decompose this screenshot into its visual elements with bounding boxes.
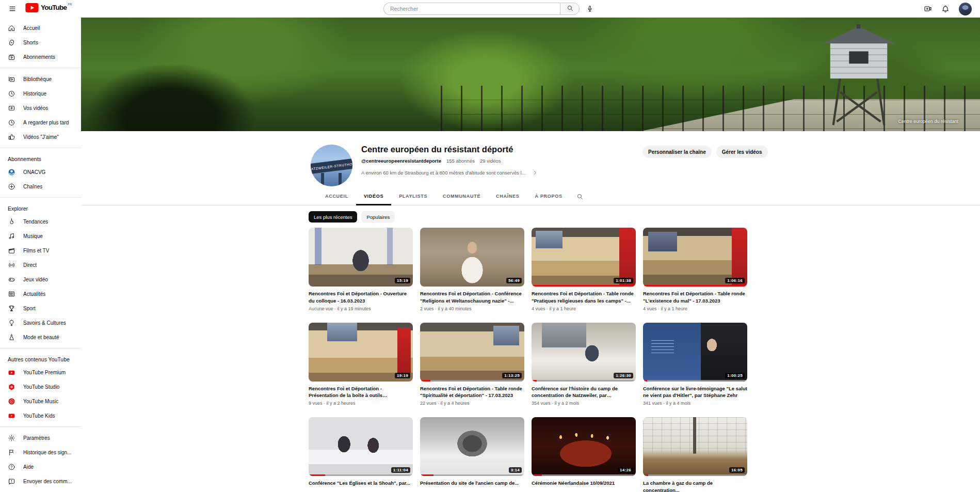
duration-badge: 3:14 <box>509 467 522 473</box>
sidebar-item-youtube-music[interactable]: YouTube Music <box>0 394 81 408</box>
video-title[interactable]: Rencontres Foi et Déportation - Table ro… <box>643 290 747 305</box>
voice-search-button[interactable] <box>586 5 593 12</box>
notifications-button[interactable] <box>941 5 950 13</box>
manage-videos-button[interactable]: Gérer les vidéos <box>716 146 768 158</box>
video-thumbnail[interactable]: 1:06:16 <box>643 228 747 287</box>
channel-search-button[interactable] <box>576 193 583 202</box>
video-thumbnail[interactable]: 14:26 <box>532 417 636 476</box>
video-card-presentation-du-site-de-l-ancien[interactable]: 3:14 Présentation du site de l'ancien ca… <box>420 417 524 492</box>
tab-a-propos[interactable]: À PROPOS <box>527 189 570 205</box>
sidebar-item-accueil[interactable]: Accueil <box>0 21 81 35</box>
tab-communaute[interactable]: COMMUNAUTÉ <box>435 189 488 205</box>
video-card-rencontres-foi-et-deportation-ou[interactable]: 15:19 Rencontres Foi et Déportation - Ou… <box>309 228 413 311</box>
video-card-ceremonie-neerlandaise-10-09-202[interactable]: 14:26 Cérémonie Néerlandaise 10/09/2021 <box>532 417 636 492</box>
video-title[interactable]: Rencontres Foi et Déportation - Conféren… <box>420 290 524 305</box>
sidebar-item-mode-et-beaute[interactable]: Mode et beauté <box>0 330 81 344</box>
sidebar-item-a-regarder-plus-tard[interactable]: À regarder plus tard <box>0 115 81 130</box>
sidebar-item-actualites[interactable]: Actualités <box>0 287 81 301</box>
video-card-rencontres-foi-et-deportation-ta[interactable]: 1:13:25 Rencontres Foi et Déportation - … <box>420 323 524 406</box>
gaming-icon <box>8 276 15 283</box>
filter-chip-les-plus-recentes[interactable]: Les plus récentes <box>309 211 357 223</box>
sidebar-item-shorts[interactable]: Shorts <box>0 35 81 50</box>
video-title[interactable]: Présentation du site de l'ancien camp de… <box>420 480 524 487</box>
video-thumbnail[interactable]: 1:00:25 <box>643 323 747 382</box>
video-title[interactable]: Rencontres Foi et Déportation - Table ro… <box>532 290 636 305</box>
sidebar-item-chaines[interactable]: Chaînes <box>0 179 81 194</box>
channel-banner: Centre européen du résistant <box>81 18 980 131</box>
tab-accueil[interactable]: ACCUEIL <box>317 189 356 205</box>
tab-chaines[interactable]: CHAÎNES <box>488 189 527 205</box>
video-thumbnail[interactable]: 1:11:04 <box>309 417 413 476</box>
video-card-la-chambre-a-gaz-du-camp-de-conc[interactable]: 16:05 La chambre à gaz du camp de concen… <box>643 417 747 492</box>
video-thumbnail[interactable]: 56:49 <box>420 228 524 287</box>
sidebar-item-abonnements[interactable]: Abonnements <box>0 50 81 64</box>
youtube-wordmark: YouTube <box>41 3 67 12</box>
sidebar-item-bibliotheque[interactable]: Bibliothèque <box>0 72 81 86</box>
sidebar-item-youtube-premium[interactable]: YouTube Premium <box>0 365 81 379</box>
sidebar-item-videos-j-aime[interactable]: Vidéos "J'aime" <box>0 130 81 144</box>
subscriber-count: 155 abonnés <box>446 158 475 164</box>
user-avatar[interactable] <box>959 3 972 15</box>
tab-playlists[interactable]: PLAYLISTS <box>391 189 435 205</box>
search-button[interactable] <box>560 3 580 15</box>
history-icon <box>8 90 15 98</box>
youtube-kids-icon <box>8 412 15 420</box>
video-title[interactable]: Rencontres Foi et Déportation - Présenta… <box>309 385 413 400</box>
sidebar-item-sport[interactable]: Sport <box>0 301 81 315</box>
create-video-button[interactable] <box>924 5 932 13</box>
sidebar-item-youtube-studio[interactable]: YouTube Studio <box>0 379 81 394</box>
tab-videos[interactable]: VIDÉOS <box>356 189 391 205</box>
youtube-logo[interactable]: YouTube FR <box>25 3 72 14</box>
duration-badge: 1:06:16 <box>725 278 745 283</box>
sidebar-item-vos-videos[interactable]: Vos vidéos <box>0 101 81 115</box>
video-title[interactable]: Rencontres Foi et Déportation - Table ro… <box>420 385 524 400</box>
customize-channel-button[interactable]: Personnaliser la chaîne <box>642 146 712 158</box>
video-title[interactable]: Rencontres Foi et Déportation - Ouvertur… <box>309 290 413 305</box>
sidebar-item-direct[interactable]: Direct <box>0 258 81 272</box>
video-title[interactable]: Conférence sur le livre-témoignage "Le s… <box>643 385 747 400</box>
video-card-conference-sur-le-livre-temoigna[interactable]: 1:00:25 Conférence sur le livre-témoigna… <box>643 323 747 406</box>
sidebar-item-tendances[interactable]: Tendances <box>0 214 81 229</box>
sidebar-item-musique[interactable]: Musique <box>0 229 81 243</box>
video-meta: Aucune vue · il y a 19 minutes <box>309 306 413 311</box>
video-thumbnail[interactable]: 1:01:38 <box>532 228 636 287</box>
video-card-rencontres-foi-et-deportation-pr[interactable]: 19:19 Rencontres Foi et Déportation - Pr… <box>309 323 413 406</box>
sidebar-item-historique[interactable]: Historique <box>0 86 81 101</box>
sidebar-item-jeux-video[interactable]: Jeux vidéo <box>0 272 81 287</box>
video-card-rencontres-foi-et-deportation-co[interactable]: 56:49 Rencontres Foi et Déportation - Co… <box>420 228 524 311</box>
video-thumbnail[interactable]: 3:14 <box>420 417 524 476</box>
sidebar-item-envoyer-des-comm[interactable]: Envoyer des comm... <box>0 474 81 488</box>
chevron-right-icon <box>532 168 538 178</box>
duration-badge: 19:19 <box>395 373 410 378</box>
video-card-conference-sur-l-histoire-du-cam[interactable]: 1:26:30 Conférence sur l'histoire du cam… <box>532 323 636 406</box>
sidebar-item-savoirs-cultures[interactable]: Savoirs & Cultures <box>0 315 81 330</box>
hamburger-menu-button[interactable] <box>8 5 17 13</box>
sidebar-item-youtube-kids[interactable]: YouTube Kids <box>0 408 81 423</box>
sidebar-item-parametres[interactable]: Paramètres <box>0 431 81 445</box>
channel-avatar-icon <box>8 168 15 176</box>
sidebar-item-onacvg[interactable]: ONACVG <box>0 165 81 179</box>
main-content: Centre européen du résistant NATZWEILER-… <box>81 18 980 492</box>
video-title[interactable]: La chambre à gaz du camp de concentratio… <box>643 480 747 492</box>
video-thumbnail[interactable]: 15:19 <box>309 228 413 287</box>
video-meta: 354 vues · il y a 2 mois <box>532 401 636 406</box>
duration-badge: 1:26:30 <box>614 373 633 378</box>
search-input[interactable] <box>383 3 560 15</box>
sidebar-item-films-et-tv[interactable]: Films et TV <box>0 243 81 258</box>
sidebar-item-historique-des-sign[interactable]: Historique des sign... <box>0 445 81 459</box>
video-title[interactable]: Conférence sur l'histoire du camp de con… <box>532 385 636 400</box>
video-card-conference-les-eglises-et-la-sho[interactable]: 1:11:04 Conférence "Les Églises et la Sh… <box>309 417 413 492</box>
video-card-rencontres-foi-et-deportation-ta[interactable]: 1:06:16 Rencontres Foi et Déportation - … <box>643 228 747 311</box>
video-thumbnail[interactable]: 19:19 <box>309 323 413 382</box>
video-thumbnail[interactable]: 16:05 <box>643 417 747 476</box>
help-icon <box>8 463 15 471</box>
sidebar-item-aide[interactable]: Aide <box>0 459 81 474</box>
watch-progress-bar <box>309 474 413 476</box>
video-thumbnail[interactable]: 1:26:30 <box>532 323 636 382</box>
filter-chip-populaires[interactable]: Populaires <box>361 211 395 223</box>
video-card-rencontres-foi-et-deportation-ta[interactable]: 1:01:38 Rencontres Foi et Déportation - … <box>532 228 636 311</box>
channel-description-row[interactable]: A environ 60 km de Strasbourg et à 800 m… <box>361 168 538 178</box>
video-title[interactable]: Cérémonie Néerlandaise 10/09/2021 <box>532 480 636 487</box>
video-thumbnail[interactable]: 1:13:25 <box>420 323 524 382</box>
video-title[interactable]: Conférence "Les Églises et la Shoah", pa… <box>309 480 413 487</box>
